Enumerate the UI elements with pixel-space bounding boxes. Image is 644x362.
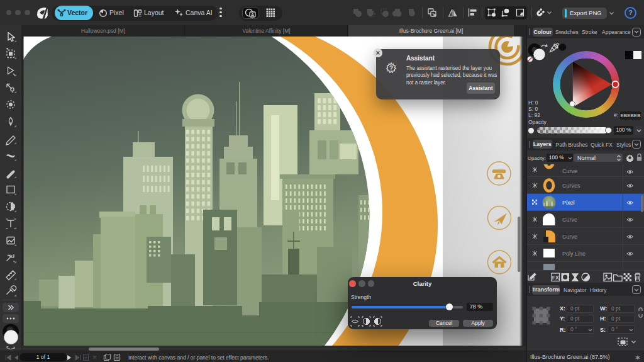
- svg-text:L: 92: L: 92: [528, 112, 540, 118]
- svg-text:S: 0: S: 0: [528, 106, 538, 112]
- svg-text:H: 0: H: 0: [528, 99, 538, 106]
- svg-text:?: ?: [389, 65, 393, 72]
- svg-text:FX: FX: [552, 274, 559, 281]
- svg-text:A: A: [251, 13, 254, 17]
